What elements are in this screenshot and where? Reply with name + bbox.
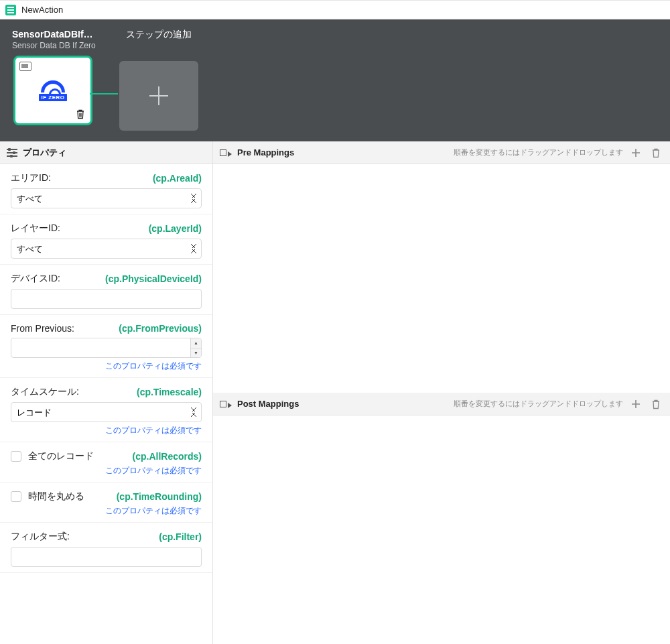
field-allrecords: 全てのレコード (cp.AllRecords) このプロパティは必須です xyxy=(0,442,212,482)
area-label: エリアID: xyxy=(11,172,51,184)
pre-mapping-add-button[interactable] xyxy=(628,145,643,160)
pre-mappings-hint: 順番を変更するにはドラッグアンドドロップします xyxy=(454,147,623,157)
post-mappings-hint: 順番を変更するにはドラッグアンドドロップします xyxy=(454,399,623,409)
pre-mappings-section: Pre Mappings 順番を変更するにはドラッグアンドドロップします xyxy=(213,141,670,393)
add-step-button[interactable] xyxy=(119,61,198,131)
plus-icon xyxy=(630,399,641,409)
field-device: デバイスID: (cp.PhysicalDeviceId) xyxy=(0,265,212,315)
post-mappings-section: Post Mappings 順番を変更するにはドラッグアンドドロップします xyxy=(213,393,670,644)
filter-input[interactable] xyxy=(11,547,202,567)
pre-mappings-header: Pre Mappings 順番を変更するにはドラッグアンドドロップします xyxy=(213,141,670,164)
mappings-panel: Pre Mappings 順番を変更するにはドラッグアンドドロップします Pos… xyxy=(213,141,670,644)
pre-mapping-delete-button[interactable] xyxy=(649,145,663,160)
pre-mappings-title: Pre Mappings xyxy=(237,147,294,157)
timescale-cp: (cp.Timescale) xyxy=(137,387,202,397)
allrecords-label: 全てのレコード xyxy=(28,450,94,462)
node-subtitle: Sensor Data DB If Zero xyxy=(12,41,94,50)
area-cp: (cp.AreaId) xyxy=(153,173,202,184)
field-fromprevious: From Previous: (cp.FromPrevious) ▲ ▼ このプ… xyxy=(0,315,212,378)
allrecords-checkbox[interactable] xyxy=(11,451,21,462)
title-bar: NewAction xyxy=(0,1,670,19)
fromprev-input[interactable] xyxy=(11,338,202,358)
add-column: ステップの追加 xyxy=(118,29,200,131)
trash-icon xyxy=(651,399,661,409)
device-cp: (cp.PhysicalDeviceId) xyxy=(105,273,202,284)
app-logo-icon xyxy=(5,5,16,15)
device-label: デバイスID: xyxy=(11,273,60,285)
mapping-icon xyxy=(220,148,232,157)
plus-icon xyxy=(149,86,168,105)
trash-icon xyxy=(651,147,661,158)
fromprev-cp: (cp.FromPrevious) xyxy=(119,323,202,334)
properties-scroll[interactable]: エリアID: (cp.AreaId) すべて レイヤーID: (cp.Layer… xyxy=(0,164,212,644)
layer-select[interactable]: すべて xyxy=(11,239,202,259)
window-title: NewAction xyxy=(21,5,63,15)
add-step-label: ステップの追加 xyxy=(126,29,192,41)
properties-panel: プロパティ エリアID: (cp.AreaId) すべて レイヤーID: (cp… xyxy=(0,141,213,644)
layer-cp: (cp.LayerId) xyxy=(149,223,202,234)
allrecords-cp: (cp.AllRecords) xyxy=(133,451,202,462)
fromprev-required: このプロパティは必須です xyxy=(11,361,202,372)
step-node[interactable]: IF ZERO xyxy=(13,56,92,125)
fromprev-label: From Previous: xyxy=(11,323,74,334)
properties-title: プロパティ xyxy=(23,147,66,159)
timerounding-checkbox[interactable] xyxy=(11,491,21,502)
timerounding-cp: (cp.TimeRounding) xyxy=(117,491,202,502)
trash-icon xyxy=(76,109,85,119)
pre-mappings-body xyxy=(213,164,670,393)
plus-icon xyxy=(630,147,641,158)
field-timerounding: 時間を丸める (cp.TimeRounding) このプロパティは必須です xyxy=(0,482,212,523)
delete-node-button[interactable] xyxy=(76,109,85,119)
field-layer: レイヤーID: (cp.LayerId) すべて xyxy=(0,214,212,265)
filter-label: フィルター式: xyxy=(11,531,70,543)
datasource-icon xyxy=(19,62,31,71)
timerounding-label: 時間を丸める xyxy=(28,491,84,503)
post-mapping-add-button[interactable] xyxy=(628,397,643,411)
function-icon: IF ZERO xyxy=(39,80,66,101)
device-input[interactable] xyxy=(11,289,202,309)
field-filter: フィルター式: (cp.Filter) xyxy=(0,523,212,573)
node-column: SensorDataDBIf… Sensor Data DB If Zero I… xyxy=(12,29,94,125)
properties-icon xyxy=(7,148,17,157)
mapping-icon xyxy=(220,399,232,409)
field-timescale: タイムスケール: (cp.Timescale) レコード このプロパティは必須で… xyxy=(0,378,212,442)
timescale-required: このプロパティは必須です xyxy=(11,425,202,436)
properties-header: プロパティ xyxy=(0,141,212,164)
post-mappings-header: Post Mappings 順番を変更するにはドラッグアンドドロップします xyxy=(213,393,670,415)
timescale-select[interactable]: レコード xyxy=(11,402,202,422)
allrecords-required: このプロパティは必須です xyxy=(11,465,202,476)
post-mapping-delete-button[interactable] xyxy=(649,397,663,411)
lower-split: プロパティ エリアID: (cp.AreaId) すべて レイヤーID: (cp… xyxy=(0,141,670,644)
post-mappings-title: Post Mappings xyxy=(237,399,299,409)
timerounding-required: このプロパティは必須です xyxy=(11,505,202,517)
connector-line xyxy=(90,93,118,94)
field-area: エリアID: (cp.AreaId) すべて xyxy=(0,164,212,214)
post-mappings-body xyxy=(213,415,670,644)
app-window: NewAction SensorDataDBIf… Sensor Data DB… xyxy=(0,0,670,644)
fromprev-step-up[interactable]: ▲ xyxy=(190,338,201,348)
area-select[interactable]: すべて xyxy=(11,188,202,208)
flow-canvas: SensorDataDBIf… Sensor Data DB If Zero I… xyxy=(0,19,670,141)
node-title: SensorDataDBIf… xyxy=(12,29,94,40)
fromprev-step-down[interactable]: ▼ xyxy=(190,348,201,358)
layer-label: レイヤーID: xyxy=(11,222,60,235)
filter-cp: (cp.Filter) xyxy=(159,531,202,542)
timescale-label: タイムスケール: xyxy=(11,386,79,398)
